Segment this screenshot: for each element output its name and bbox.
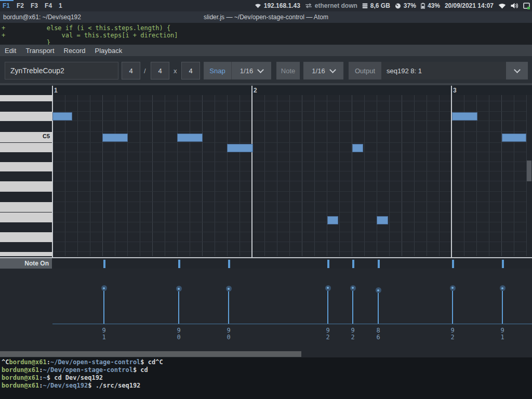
grid-line-horizontal [52, 101, 526, 101]
beat-width-box[interactable]: 4 [151, 62, 169, 79]
vertical-scrollbar-thumb[interactable] [527, 161, 531, 181]
noteon-tick[interactable] [103, 260, 105, 268]
noteon-tick[interactable] [352, 260, 354, 268]
memory-value: 8,6 GB [370, 2, 390, 9]
noteon-tick[interactable] [327, 260, 329, 268]
status-tray: 192.168.1.43 ethernet down [255, 0, 530, 11]
velocity-stem[interactable] [352, 288, 353, 324]
velocity-handle[interactable] [325, 285, 331, 291]
ethernet-status: ethernet down [305, 2, 357, 9]
output-bus-value[interactable]: seq192 8: 1 [381, 62, 506, 79]
piano-key-c5[interactable]: C5 [0, 132, 52, 142]
piano-key-g4[interactable] [0, 181, 52, 192]
velocity-value: 8 6 [373, 327, 383, 341]
piano-key-c4[interactable] [0, 252, 52, 256]
beats-per-measure-box[interactable]: 4 [122, 62, 140, 79]
cpu-status: 37% [395, 2, 416, 9]
velocity-stem[interactable] [502, 288, 503, 324]
status-bar: F1F2F3F41 192.168.1.43 ethernet down [0, 0, 532, 11]
toolbar: 4 / 4 x 4 Snap 1/16 Note 1/16 Output seq… [0, 56, 532, 83]
volume-icon[interactable] [511, 3, 518, 9]
swap-arrows-icon [305, 3, 312, 8]
velocity-stem[interactable] [178, 289, 179, 324]
velocity-stem[interactable] [378, 290, 379, 324]
piano-key-d4[interactable] [0, 232, 52, 242]
output-dropdown-button[interactable] [506, 62, 528, 79]
piano-key-f4[interactable] [0, 202, 52, 212]
menu-item-edit[interactable]: Edit [0, 45, 21, 56]
menu-item-playback[interactable]: Playback [90, 45, 127, 56]
horizontal-scrollbar-thumb[interactable] [0, 351, 301, 357]
velocity-value: 9 2 [323, 327, 333, 341]
terminal-window[interactable]: ^Cbordun@x61:~/Dev/open-stage-control$ c… [0, 357, 532, 399]
note-block[interactable] [52, 112, 72, 121]
note-block[interactable] [227, 144, 253, 152]
menu-item-transport[interactable]: Transport [21, 45, 59, 56]
workspace-tab-f2[interactable]: F2 [17, 2, 24, 9]
terminal-text: ~/Dev/open-stage-control [50, 358, 140, 366]
noteon-tick[interactable] [378, 260, 380, 268]
note-block[interactable] [327, 216, 338, 224]
timeline-ruler[interactable] [0, 85, 532, 95]
velocity-handle[interactable] [101, 285, 107, 291]
note-block[interactable] [452, 112, 477, 121]
battery-value: 43% [428, 2, 440, 9]
note-block[interactable] [102, 134, 128, 142]
velocity-stem[interactable] [228, 289, 229, 324]
piano-key-d5[interactable] [0, 112, 52, 121]
noteon-tick[interactable] [178, 260, 180, 268]
terminal-line: bordun@x61:~$ cd Dev/seq192 [2, 374, 103, 382]
workspace-tab-f1[interactable]: F1 [3, 2, 10, 9]
piano-key-e5[interactable] [0, 95, 52, 101]
piano-key-b4[interactable] [0, 143, 52, 152]
grid-line-horizontal [52, 111, 526, 112]
note-block[interactable] [502, 134, 526, 142]
sequence-name-input[interactable] [5, 62, 118, 79]
datetime: 20/09/2021 14:07 [445, 2, 494, 9]
velocity-handle[interactable] [500, 285, 506, 291]
noteon-tick[interactable] [452, 260, 454, 268]
beats-separator: / [144, 62, 146, 79]
snap-button[interactable]: Snap [204, 62, 232, 79]
terminal-text: bordun@x61 [2, 366, 39, 374]
measures-count-box[interactable]: 4 [181, 62, 200, 79]
workspace-tab-f3[interactable]: F3 [31, 2, 38, 9]
noteon-tick[interactable] [502, 260, 504, 268]
terminal-text: $ cd [133, 366, 148, 374]
display-applet-icon[interactable] [523, 3, 530, 9]
terminal-text: ~/Dev/seq192 [43, 382, 88, 389]
velocity-handle[interactable] [350, 285, 356, 291]
cpu-gauge-icon [395, 3, 401, 9]
velocity-stem[interactable] [452, 288, 453, 324]
measure-number: 1 [54, 87, 58, 94]
memory-status: 8,6 GB [362, 2, 390, 9]
workspace-tab-f4[interactable]: F4 [45, 2, 52, 9]
measure-number: 3 [453, 87, 457, 94]
note-block[interactable] [177, 134, 203, 142]
snap-value-dropdown[interactable]: 1/16 [232, 62, 271, 79]
code-diff-line: + else if (i < this.steps.length) { [2, 24, 532, 32]
terminal-text: $ cd^C [140, 358, 163, 366]
note-length-dropdown[interactable]: 1/16 [303, 62, 343, 79]
terminal-line: ^Cbordun@x61:~/Dev/open-stage-control$ c… [2, 358, 163, 366]
snap-value-text: 1/16 [240, 67, 253, 75]
menu-item-record[interactable]: Record [59, 45, 90, 56]
grid-line-horizontal [52, 232, 526, 232]
noteon-tick[interactable] [228, 260, 230, 268]
velocity-handle[interactable] [226, 286, 232, 291]
velocity-handle[interactable] [376, 287, 381, 293]
wifi-applet-icon[interactable] [498, 3, 506, 9]
velocity-handle[interactable] [176, 286, 182, 291]
note-block[interactable] [377, 216, 388, 224]
velocity-handle[interactable] [450, 285, 456, 291]
velocity-stem[interactable] [327, 288, 328, 324]
grid-line-horizontal [52, 181, 526, 181]
velocity-stem[interactable] [103, 288, 104, 324]
key-label: C5 [43, 133, 50, 139]
code-area[interactable]: + else if (i < this.steps.length) {+ val… [0, 23, 532, 45]
piano-key-e4[interactable] [0, 212, 52, 222]
workspace-tab-1[interactable]: 1 [59, 2, 62, 9]
terminal-text: ^C [2, 358, 9, 366]
piano-key-a4[interactable] [0, 162, 52, 171]
note-block[interactable] [352, 144, 363, 152]
